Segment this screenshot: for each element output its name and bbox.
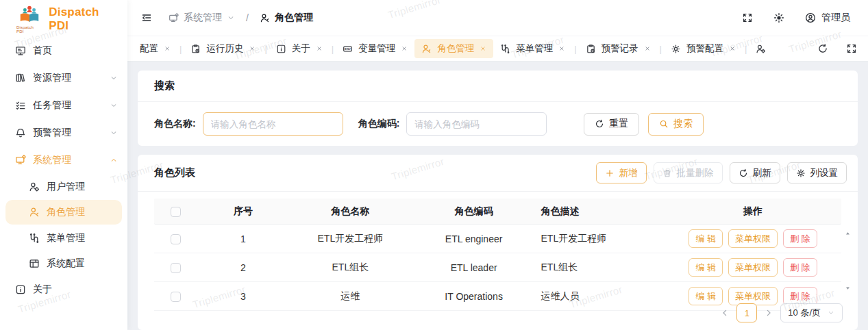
refresh-list-button[interactable]: 刷新 [730,162,780,183]
tab-run-history[interactable]: 运行历史 [184,39,262,58]
system-icon [15,155,26,166]
close-tab-icon[interactable] [480,45,486,52]
role-list-header: 角色列表 新增 批量删除 刷新 [138,155,858,192]
edit-button[interactable]: 编 辑 [689,258,723,277]
close-tab-icon[interactable] [644,45,651,52]
tab-about[interactable]: 关于 [269,39,330,58]
tab-menu-management[interactable]: 菜单管理 [493,39,572,58]
sidebar-item-role-management[interactable]: 角色管理 [5,200,122,225]
scroll-down-icon[interactable] [844,284,852,292]
sidebar-item-about[interactable]: 关于 [0,276,127,303]
checkbox-cell [154,262,202,273]
close-tab-icon[interactable] [249,45,256,52]
gear-icon [671,44,681,54]
column-header: 角色名称 [284,205,417,218]
column-header: 角色描述 [532,205,665,218]
tab-label: 预警配置 [686,42,723,55]
previous-page-icon[interactable] [719,307,730,318]
refresh-tabs-icon[interactable] [817,43,828,54]
page-size-value: 10 条/页 [788,307,821,319]
role-code-input[interactable] [406,112,547,136]
select-all-checkbox[interactable] [171,207,181,217]
menu-permission-button[interactable]: 菜单权限 [728,258,778,277]
theme-sun-icon[interactable] [773,12,784,23]
tab-config[interactable]: 配置 [133,39,177,58]
search-button-label: 搜索 [673,118,693,130]
delete-button[interactable]: 删 除 [783,229,817,248]
tab-label: 变量管理 [358,42,395,55]
tab-role-management[interactable]: 角色管理 [414,39,493,58]
close-tab-icon[interactable] [729,45,736,52]
tab-alert-config[interactable]: 预警配置 [664,39,743,58]
add-role-button[interactable]: 新增 [596,162,647,183]
tab-label: 预警记录 [602,42,638,55]
tab-label: 运行历史 [206,42,243,55]
page-size-select[interactable]: 10 条/页 [780,303,843,322]
edit-button[interactable]: 编 辑 [689,229,723,248]
breadcrumb-role-management[interactable]: 角色管理 [260,12,313,24]
chevron-down-icon [110,74,118,82]
select-all-cell [154,205,202,217]
breadcrumb-label: 系统管理 [184,12,222,24]
row-index-cell: 2 [202,262,284,273]
open-tabs: 配置|运行历史|关于|ENV变量管理角色管理菜单管理|预警记录|预警配置| [133,39,769,58]
sidebar-item-menu-management[interactable]: 菜单管理 [0,225,127,251]
tabbar-actions [817,43,860,54]
system-icon [169,13,179,23]
sidebar-item-resource-management[interactable]: 资源管理 [0,64,127,92]
tab-label: 角色管理 [437,42,474,55]
tab-alert-records[interactable]: 预警记录 [579,39,658,58]
role-desc-cell: ETL组长 [532,262,665,274]
next-page-icon[interactable] [763,307,774,318]
role-name-label: 角色名称: [154,118,196,130]
tab-user-management[interactable] [749,40,769,58]
search-button[interactable]: 搜索 [648,113,704,136]
sidebar-item-system-management[interactable]: 系统管理 [0,147,127,174]
chevron-down-icon [110,129,118,137]
sidebar-item-label: 用户管理 [47,181,85,193]
close-tab-icon[interactable] [316,45,323,52]
checkbox-cell [154,233,202,244]
reset-button[interactable]: 重置 [584,113,639,136]
row-actions-cell: 编 辑菜单权限删 除 [665,258,841,277]
sidebar-item-home[interactable]: 首页 [0,37,127,64]
tab-divider: | [179,44,182,54]
role-name-input[interactable] [203,112,343,136]
collapse-sidebar-icon[interactable] [141,12,152,23]
search-panel-title: 搜索 [138,71,858,102]
close-tab-icon[interactable] [164,45,171,52]
sidebar-item-user-management[interactable]: 用户管理 [0,174,127,199]
clipboard-clock-icon [586,44,596,54]
sidebar-item-alert-management[interactable]: 预警管理 [0,119,127,147]
close-tab-icon[interactable] [401,45,408,52]
tab-divider: | [574,44,576,54]
role-icon [260,13,270,23]
main-area: 系统管理/角色管理 管理员 配置|运行历史|关于|ENV变量管理角色管理菜单管理… [127,0,868,330]
column-settings-label: 列设置 [810,167,839,179]
tab-divider: | [332,44,334,54]
menu-flow-icon [500,44,510,54]
fullscreen-icon[interactable] [742,12,753,23]
menu-permission-button[interactable]: 菜单权限 [728,229,778,248]
batch-delete-button[interactable]: 批量删除 [654,162,723,183]
close-tab-icon[interactable] [558,45,565,52]
page-number[interactable]: 1 [736,303,757,322]
breadcrumb-system-management[interactable]: 系统管理 [169,12,235,24]
sidebar-item-label: 首页 [33,45,52,57]
user-menu[interactable]: 管理员 [805,12,850,24]
logo: Dispatch PDI Dispatch PDI [0,0,127,36]
delete-button[interactable]: 删 除 [783,258,817,277]
row-checkbox[interactable] [171,234,181,244]
role-desc-cell: ETL开发工程师 [532,233,665,245]
sidebar-item-task-management[interactable]: 任务管理 [0,92,127,119]
tab-variable-management[interactable]: ENV变量管理 [336,39,414,58]
scroll-up-icon[interactable] [844,230,852,238]
sidebar-item-system-config[interactable]: 系统配置 [0,251,127,276]
trash-icon [662,168,672,178]
column-settings-button[interactable]: 列设置 [787,162,847,183]
expand-content-icon[interactable] [846,43,857,54]
role-name-cell: ETL组长 [284,262,417,274]
row-checkbox[interactable] [171,263,181,273]
app-logo-icon [18,5,41,25]
table-row: 1ETL开发工程师ETL engineerETL开发工程师编 辑菜单权限删 除 [154,225,841,253]
